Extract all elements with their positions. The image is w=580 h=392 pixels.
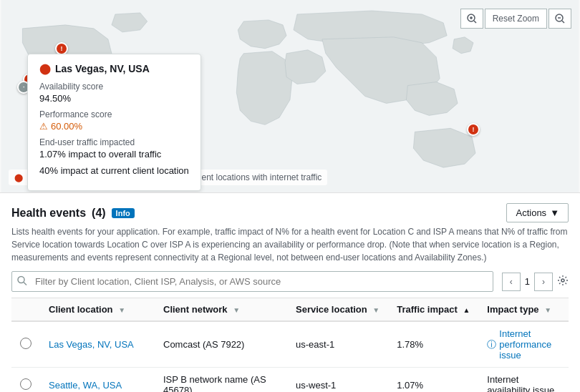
search-row: ‹ 1 › — [11, 271, 569, 292]
health-title-row: Health events (4) Info — [11, 207, 135, 220]
client-location-header[interactable]: Client location ▼ — [40, 298, 155, 321]
table-row: Seattle, WA, USAISP B network name (AS 4… — [11, 368, 569, 393]
search-box — [11, 271, 493, 292]
impact-type-link[interactable]: ⓘInternet performance issue — [487, 328, 560, 361]
impact-type-sort-icon: ▼ — [544, 306, 551, 314]
client-network-header[interactable]: Client network ▼ — [155, 298, 287, 321]
service-location-header[interactable]: Service location ▼ — [287, 298, 388, 321]
client-network-sort-icon: ▼ — [233, 306, 240, 314]
map-container: ! ! ! · ! ⬤ Las Vegas, NV, USA Availabil… — [0, 0, 580, 193]
zoom-out-button[interactable] — [548, 9, 571, 29]
service-location-cell: us-east-1 — [287, 321, 388, 368]
zoom-in-button[interactable] — [460, 9, 483, 29]
map-controls: Reset Zoom — [460, 9, 571, 29]
prev-page-button[interactable]: ‹ — [502, 273, 521, 291]
legend-error-icon: ⬤ — [14, 173, 23, 182]
service-location-cell: us-west-1 — [287, 368, 388, 393]
tooltip-error-icon: ⬤ — [39, 63, 51, 74]
health-header: Health events (4) Info Actions ▼ — [11, 203, 569, 222]
search-input[interactable] — [11, 271, 493, 292]
health-description: Lists health events for your application… — [11, 225, 569, 264]
tooltip-location: Las Vegas, NV, USA — [55, 63, 150, 74]
health-events-title: Health events — [11, 207, 86, 220]
svg-point-8 — [18, 276, 24, 283]
impact-type-header[interactable]: Impact type ▼ — [478, 298, 569, 321]
pagination-row: ‹ 1 › — [502, 273, 569, 291]
svg-point-10 — [561, 279, 564, 282]
table-row: Las Vegas, NV, USAComcast (AS 7922)us-ea… — [11, 321, 569, 368]
client-location-link[interactable]: Seattle, WA, USA — [49, 380, 122, 391]
traffic-impact-cell: 1.78% — [388, 321, 478, 368]
svg-line-4 — [474, 21, 476, 23]
reset-zoom-button[interactable]: Reset Zoom — [485, 9, 547, 29]
search-icon — [17, 275, 27, 288]
svg-line-9 — [24, 282, 26, 285]
impact-type-info-icon: ⓘ — [487, 338, 496, 351]
traffic-impact-cell: 1.07% — [388, 368, 478, 393]
page-number: 1 — [525, 276, 530, 287]
client-network-cell: Comcast (AS 7922) — [155, 321, 287, 368]
performance-value: ⚠ 60.00% — [39, 121, 189, 132]
settings-icon[interactable] — [557, 275, 569, 289]
traffic-impact-header[interactable]: Traffic impact ▲ — [388, 298, 478, 321]
health-events-count: (4) — [92, 207, 106, 220]
availability-label: Availability score — [39, 82, 189, 92]
map-tooltip: ⬤ Las Vegas, NV, USA Availability score … — [27, 54, 201, 191]
actions-button[interactable]: Actions ▼ — [506, 203, 569, 222]
traffic-client: 40% impact at current client location — [39, 165, 189, 176]
client-location-link[interactable]: Las Vegas, NV, USA — [49, 339, 134, 350]
service-location-sort-icon: ▼ — [372, 306, 380, 314]
impact-type-cell: Internet availability issue — [478, 368, 569, 393]
next-page-button[interactable]: › — [534, 273, 553, 291]
table-header-row: Client location ▼ Client network ▼ Servi… — [11, 298, 569, 321]
performance-label: Performance score — [39, 109, 189, 119]
row-radio-0[interactable] — [20, 338, 32, 349]
traffic-impact-sort-icon: ▲ — [463, 306, 470, 314]
performance-warning-icon: ⚠ — [39, 121, 48, 132]
client-network-cell: ISP B network name (AS 45678) — [155, 368, 287, 393]
select-col-header — [11, 298, 40, 321]
events-table: Client location ▼ Client network ▼ Servi… — [11, 298, 569, 392]
traffic-overall: 1.07% impact to overall traffic — [39, 149, 189, 160]
traffic-label: End-user traffic impacted — [39, 137, 189, 147]
legend-client-locations-label: Client locations with internet traffic — [191, 172, 322, 182]
actions-chevron-icon: ▼ — [550, 207, 559, 218]
client-location-sort-icon: ▼ — [118, 306, 125, 314]
health-events-section: Health events (4) Info Actions ▼ Lists h… — [0, 193, 580, 392]
info-badge[interactable]: Info — [112, 208, 135, 218]
svg-line-7 — [562, 21, 564, 23]
availability-value: 94.50% — [39, 93, 189, 104]
row-radio-1[interactable] — [20, 378, 32, 390]
